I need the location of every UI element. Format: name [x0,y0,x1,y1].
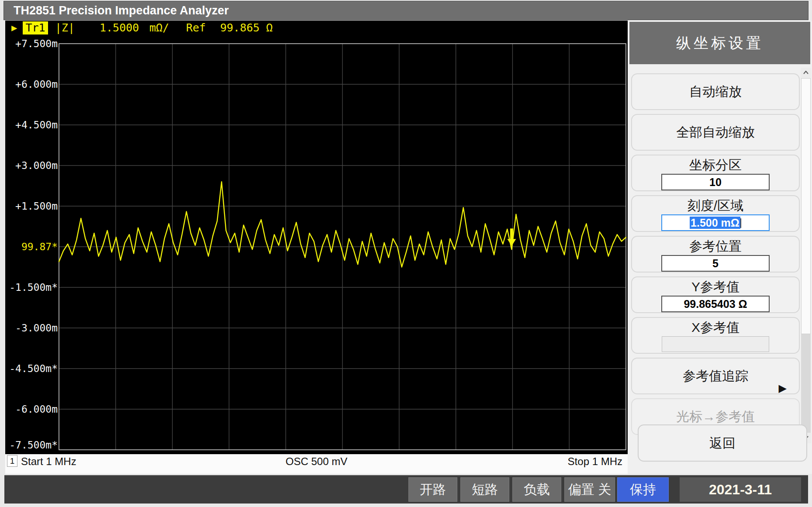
trace-scale-value: 1.5000 [100,21,139,34]
text-caret [740,218,741,228]
datetime-display: 2021-3-11 12:19:49 [680,477,801,502]
scrollbar-thumb[interactable] [801,78,811,334]
trace-plot-canvas [5,21,628,454]
sweep-stop-label: Stop 1 MHz [568,455,622,468]
y-axis-label: +1.500m [5,200,58,213]
scale-per-division-input[interactable]: 1.500 mΩ [661,214,770,231]
panel-title: 纵坐标设置 [629,22,810,64]
x-reference-group[interactable]: X参考值 [631,317,800,354]
reference-position-input[interactable]: 5 [661,255,770,272]
hold-button[interactable]: 保持 [617,477,669,502]
trace-ref-value: 99.865 Ω [220,21,273,34]
reference-tracking-label: 参考值追踪 [683,369,748,383]
back-button[interactable]: 返回 [638,424,807,462]
y-axis-label: -7.500m* [5,438,58,452]
trace-parameter: |Z| [55,21,75,34]
short-cal-button[interactable]: 短路 [460,477,509,502]
x-reference-input [662,336,769,352]
y-reference-label: Y参考值 [632,279,799,294]
y-reference-input[interactable]: 99.865403 Ω [661,296,770,312]
y-reference-group[interactable]: Y参考值 99.865403 Ω [631,276,800,313]
instrument-window: { "window": { "title": "TH2851 Precision… [0,0,812,507]
load-cal-button[interactable]: 负载 [512,477,561,502]
panel-scrollbar[interactable] [801,68,811,443]
y-axis-label: +7.500m [5,37,58,50]
window-title: TH2851 Precision Impedance Analyzer [3,1,809,20]
y-axis-label: +3.000m [5,159,58,172]
reference-position-label: 参考位置 [632,239,799,254]
trace-legend: ▶ Tr1 |Z| 1.5000 mΩ/ Ref 99.865 Ω [5,21,628,35]
divisions-label: 坐标分区 [632,158,799,172]
reference-tracking-button[interactable]: 参考值追踪 ▶ [631,358,800,394]
y-axis-label: -1.500m* [5,281,58,294]
scale-per-division-label: 刻度/区域 [632,198,799,213]
y-axis-label: -6.000m [5,403,58,416]
divisions-input[interactable]: 10 [661,174,770,190]
sweep-status-strip: 1 Start 1 MHz OSC 500 mV Stop 1 MHz [5,454,628,474]
trace-plot-area: ▶ Tr1 |Z| 1.5000 mΩ/ Ref 99.865 Ω +7.500… [5,21,628,454]
osc-level-label: OSC 500 mV [5,455,628,468]
divisions-group[interactable]: 坐标分区 10 [631,155,800,191]
x-reference-label: X参考值 [632,320,799,335]
reference-position-group[interactable]: 参考位置 5 [631,236,800,272]
autoscale-button[interactable]: 自动缩放 [631,73,800,110]
y-axis-label: -3.000m [5,321,58,335]
trace-name-badge[interactable]: Tr1 [23,21,48,34]
y-axis-label: +6.000m [5,78,58,91]
vertical-axis-settings-panel: 纵坐标设置 自动缩放 全部自动缩放 坐标分区 10 刻度/区域 1.500 mΩ… [628,21,812,474]
selected-text: 1.500 mΩ [690,217,740,229]
y-axis-label: -4.500m* [5,362,58,375]
y-axis-label: +4.500m [5,118,58,131]
scale-per-division-group[interactable]: 刻度/区域 1.500 mΩ [631,195,800,232]
y-axis-label: 99.87* [5,240,58,253]
calibration-toolbar: 开路 短路 负载 偏置 关 保持 2021-3-11 12:19:49 [4,475,808,504]
trace-ref-label: Ref [186,21,206,34]
autoscale-all-button[interactable]: 全部自动缩放 [631,114,800,151]
active-trace-icon: ▶ [11,22,17,33]
bias-off-button[interactable]: 偏置 关 [564,477,615,502]
open-cal-button[interactable]: 开路 [408,477,457,502]
scroll-up-icon[interactable] [801,68,811,78]
trace-scale-unit: mΩ/ [149,21,169,34]
